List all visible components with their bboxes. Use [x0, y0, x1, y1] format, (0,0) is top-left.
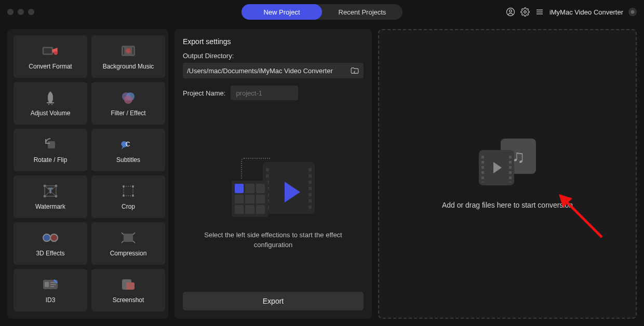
- disc-icon: [628, 8, 637, 16]
- folder-icon[interactable]: [350, 66, 359, 75]
- annotation-arrow-icon: [558, 193, 605, 240]
- output-directory-field[interactable]: /Users/mac/Documents/iMyMac Video Conver…: [183, 63, 364, 78]
- tool-background-music[interactable]: Background Music: [91, 35, 165, 78]
- file-drop-zone[interactable]: ♫ Add or drag files here to start conver…: [378, 29, 637, 319]
- tool-label: Background Music: [103, 63, 154, 70]
- 3d-effects-icon: [42, 230, 59, 246]
- svg-text:T: T: [48, 186, 53, 195]
- background-music-icon: [119, 43, 137, 59]
- tool-label: Rotate / Flip: [34, 156, 68, 164]
- tool-label: ID3: [46, 296, 56, 304]
- tool-label: Filter / Effect: [111, 110, 145, 117]
- effect-hint-text: Select the left side effections to start…: [195, 230, 351, 249]
- tool-adjust-volume[interactable]: Adjust Volume: [14, 82, 87, 125]
- tool-id3[interactable]: ID3: [14, 269, 87, 311]
- svg-point-24: [44, 195, 46, 197]
- svg-text:C: C: [126, 141, 130, 148]
- tab-recent-projects[interactable]: Recent Projects: [322, 4, 403, 20]
- tool-compression[interactable]: Compression: [91, 222, 165, 265]
- tool-screenshot[interactable]: Screenshot: [91, 269, 165, 311]
- tool-label: Convert Format: [29, 63, 72, 70]
- gear-icon[interactable]: [520, 7, 530, 17]
- svg-point-23: [55, 185, 57, 187]
- tool-label: Crop: [122, 203, 135, 210]
- output-directory-value: /Users/mac/Documents/iMyMac Video Conver…: [187, 67, 347, 75]
- svg-rect-17: [48, 141, 55, 148]
- drop-hint-text: Add or drag files here to start conversi…: [442, 201, 573, 209]
- filter-effect-icon: [119, 90, 137, 105]
- id3-icon: [42, 277, 59, 292]
- svg-point-12: [126, 48, 131, 53]
- svg-point-8: [54, 51, 58, 55]
- crop-icon: [119, 183, 137, 199]
- tool-label: Subtitles: [116, 156, 140, 164]
- svg-rect-42: [126, 282, 135, 290]
- tool-label: Adjust Volume: [31, 110, 71, 117]
- svg-rect-10: [123, 47, 124, 55]
- svg-point-31: [132, 195, 134, 197]
- screenshot-icon: [119, 277, 137, 292]
- tool-label: Screenshot: [113, 296, 144, 304]
- close-window-button[interactable]: [7, 9, 14, 15]
- svg-point-32: [43, 234, 50, 241]
- project-name-input[interactable]: [231, 86, 298, 100]
- svg-rect-7: [44, 48, 51, 53]
- tab-new-project[interactable]: New Project: [242, 4, 322, 20]
- watermark-icon: T: [42, 183, 59, 199]
- svg-point-28: [123, 185, 125, 187]
- export-settings-title: Export settings: [183, 37, 364, 46]
- tool-label: Compression: [110, 250, 147, 257]
- tool-subtitles[interactable]: C Subtitles: [91, 129, 165, 171]
- svg-rect-35: [124, 234, 133, 242]
- window-controls: [7, 9, 34, 15]
- svg-point-33: [50, 234, 58, 241]
- project-tabs: New Project Recent Projects: [242, 4, 403, 20]
- tool-crop[interactable]: Crop: [91, 175, 165, 218]
- svg-rect-27: [124, 186, 133, 196]
- adjust-volume-icon: [42, 90, 59, 105]
- tool-filter-effect[interactable]: Filter / Effect: [91, 82, 165, 125]
- effect-illustration: [232, 158, 315, 220]
- svg-point-1: [509, 10, 512, 12]
- account-icon[interactable]: [506, 7, 515, 17]
- tool-label: 3D Effects: [36, 250, 64, 257]
- tool-3d-effects[interactable]: 3D Effects: [14, 222, 87, 265]
- zoom-window-button[interactable]: [28, 9, 34, 15]
- app-title: iMyMac Video Converter: [549, 8, 623, 16]
- project-name-label: Project Name:: [183, 89, 225, 97]
- convert-format-icon: [42, 43, 59, 59]
- subtitles-icon: C: [119, 137, 137, 152]
- export-button[interactable]: Export: [183, 292, 364, 310]
- effects-sidebar: Convert Format Background Music Adjust V…: [7, 29, 168, 319]
- menu-icon[interactable]: [535, 7, 544, 17]
- drop-illustration: ♫: [479, 139, 536, 185]
- export-settings-panel: Export settings Output Directory: /Users…: [175, 29, 372, 319]
- output-directory-label: Output Directory:: [183, 52, 364, 60]
- svg-point-2: [524, 11, 527, 13]
- svg-point-25: [55, 195, 57, 197]
- svg-rect-11: [132, 47, 133, 55]
- minimize-window-button[interactable]: [18, 9, 24, 15]
- svg-point-16: [124, 96, 132, 104]
- rotate-flip-icon: [42, 137, 59, 152]
- titlebar: New Project Recent Projects iMyMac Video…: [0, 0, 644, 24]
- svg-rect-37: [45, 282, 49, 287]
- svg-point-22: [44, 185, 46, 187]
- tool-convert-format[interactable]: Convert Format: [14, 35, 87, 78]
- compression-icon: [119, 230, 137, 246]
- tool-label: Watermark: [35, 203, 65, 210]
- svg-point-30: [123, 195, 125, 197]
- tool-watermark[interactable]: T Watermark: [14, 175, 87, 218]
- tool-rotate-flip[interactable]: Rotate / Flip: [14, 129, 87, 171]
- svg-point-29: [132, 185, 134, 187]
